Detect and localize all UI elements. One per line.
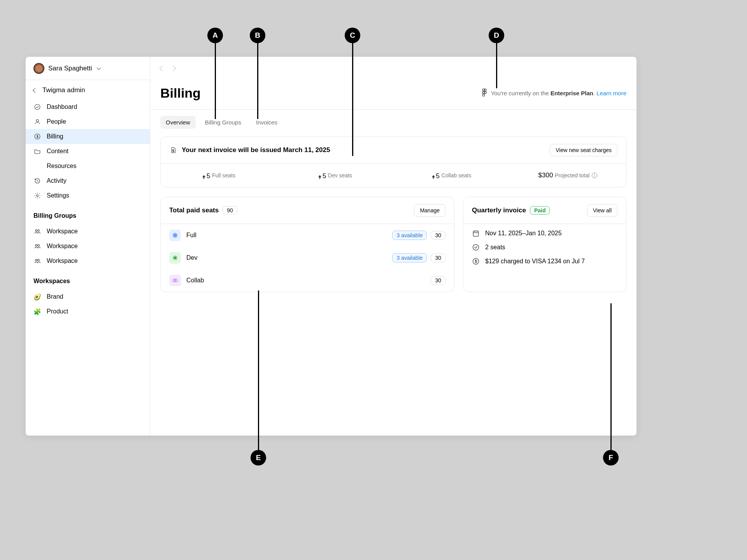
sidebar-item-dashboard[interactable]: Dashboard: [26, 100, 150, 114]
callout-line: [352, 43, 353, 156]
quarterly-header: Quarterly invoice Paid View all: [463, 197, 626, 224]
callout-line: [610, 303, 612, 451]
svg-point-9: [38, 259, 40, 261]
tabs: Overview Billing Groups Invoices: [150, 110, 637, 129]
people-group-icon: [33, 242, 41, 250]
seat-available: 3 available: [392, 253, 427, 262]
stat-projected-total: $300 Projected totali: [510, 171, 626, 180]
sidebar-item-label: Settings: [47, 192, 69, 199]
seat-name: Dev: [186, 254, 197, 261]
people-group-icon: [33, 228, 41, 235]
back-label: Twigma admin: [42, 86, 85, 94]
user-name: Sara Spaghetti: [48, 65, 92, 72]
quarterly-date-row: Nov 11, 2025–Jan 10, 2025: [463, 224, 626, 240]
svg-point-17: [175, 279, 178, 282]
workspaces-list: 🥑 Brand 🧩 Product: [26, 288, 150, 320]
arrow-up-icon: [202, 175, 205, 177]
seat-name: Collab: [186, 277, 204, 284]
callout-line: [257, 43, 258, 119]
svg-point-14: [482, 94, 485, 96]
topbar: [150, 57, 637, 80]
sidebar-item-label: Content: [47, 148, 68, 155]
two-column-row: Total paid seats 90 Manage Full: [160, 197, 626, 292]
calendar-icon: [472, 229, 480, 237]
learn-more-link[interactable]: Learn more: [596, 90, 626, 96]
quarterly-seats: 2 seats: [485, 244, 505, 251]
back-link[interactable]: Twigma admin: [26, 80, 150, 98]
sidebar-item-settings[interactable]: Settings: [26, 188, 150, 203]
svg-point-4: [35, 230, 37, 232]
dev-seat-icon: [169, 252, 181, 264]
quarterly-invoice-card: Quarterly invoice Paid View all Nov 11, …: [463, 197, 626, 292]
primary-nav: Dashboard People Billing Content: [26, 98, 150, 205]
info-icon[interactable]: i: [592, 173, 597, 178]
avatar: [33, 63, 44, 74]
sidebar-item-label: Billing: [47, 133, 63, 140]
user-menu[interactable]: Sara Spaghetti: [26, 57, 150, 80]
next-invoice-text: Your next invoice will be issued March 1…: [182, 146, 330, 154]
billing-group-item[interactable]: Workspace: [26, 254, 150, 268]
paid-seats-card: Total paid seats 90 Manage Full: [160, 197, 454, 292]
arrow-up-icon: [432, 175, 435, 177]
quarterly-seats-row: 2 seats: [463, 240, 626, 254]
quarterly-title: Quarterly invoice: [472, 206, 526, 214]
quarterly-charge: $129 charged to VISA 1234 on Jul 7: [485, 258, 585, 265]
svg-point-6: [35, 245, 37, 247]
view-all-button[interactable]: View all: [587, 204, 617, 217]
stat-collab-seats: 5 Collab seats: [393, 171, 510, 180]
tab-invoices[interactable]: Invoices: [251, 116, 283, 129]
plan-prefix: You're currently on the: [491, 90, 551, 96]
next-invoice-header: Your next invoice will be issued March 1…: [161, 137, 626, 164]
seat-available: 3 available: [392, 231, 427, 240]
sidebar-item-label: Product: [47, 308, 68, 315]
paid-seats-header: Total paid seats 90 Manage: [161, 197, 454, 224]
svg-point-7: [38, 245, 40, 247]
callout-line: [258, 290, 259, 451]
workspace-item-brand[interactable]: 🥑 Brand: [26, 289, 150, 304]
workspaces-title: Workspaces: [26, 270, 150, 288]
sidebar-item-people[interactable]: People: [26, 114, 150, 129]
folder-icon: [33, 147, 41, 155]
nav-forward-button[interactable]: [170, 66, 176, 71]
paid-seats-title: Total paid seats: [169, 206, 219, 214]
figma-icon: [482, 89, 487, 98]
stat-full-seats: 5 Full seats: [161, 171, 277, 180]
tab-billing-groups[interactable]: Billing Groups: [200, 116, 247, 129]
svg-point-8: [35, 259, 37, 261]
tab-overview[interactable]: Overview: [160, 116, 196, 129]
plan-name: Enterprise Plan: [551, 90, 593, 96]
blank-icon: [33, 162, 41, 170]
callout-line: [496, 43, 497, 88]
plan-info: You're currently on the Enterprise Plan.…: [482, 89, 626, 98]
sidebar-item-billing[interactable]: Billing: [26, 129, 150, 144]
quarterly-charge-row: $129 charged to VISA 1234 on Jul 7: [463, 254, 626, 273]
callout-d: D: [489, 28, 504, 43]
svg-point-19: [473, 245, 479, 250]
billing-group-item[interactable]: Workspace: [26, 224, 150, 239]
seat-row-dev: Dev 3 available 30: [161, 247, 454, 269]
sidebar-item-label: Activity: [47, 177, 67, 184]
collab-seat-icon: [169, 275, 181, 286]
sidebar-item-label: People: [47, 118, 66, 125]
page-header: Billing You're currently on the Enterpri…: [150, 80, 637, 110]
billing-group-item[interactable]: Workspace: [26, 239, 150, 254]
billing-groups-title: Billing Groups: [26, 205, 150, 222]
history-icon: [33, 177, 41, 185]
seat-count: 30: [431, 254, 445, 262]
manage-seats-button[interactable]: Manage: [414, 204, 445, 217]
app-window: Sara Spaghetti Twigma admin Dashboard Pe…: [26, 57, 637, 436]
sidebar-item-activity[interactable]: Activity: [26, 173, 150, 188]
seat-row-full: Full 3 available 30: [161, 224, 454, 247]
nav-back-button[interactable]: [160, 66, 165, 71]
callout-f: F: [603, 450, 619, 466]
sidebar-item-label: Workspace: [47, 228, 78, 235]
person-icon: [33, 118, 41, 126]
dollar-icon: [33, 133, 41, 140]
check-circle-icon: [33, 103, 41, 111]
sidebar-item-resources[interactable]: Resources: [26, 159, 150, 173]
view-new-seat-charges-button[interactable]: View new seat charges: [550, 144, 617, 156]
workspace-item-product[interactable]: 🧩 Product: [26, 304, 150, 319]
dollar-icon: [472, 257, 480, 265]
stat-row: 5 Full seats 5 Dev seats 5 Collab seats …: [161, 164, 626, 187]
sidebar-item-content[interactable]: Content: [26, 144, 150, 159]
